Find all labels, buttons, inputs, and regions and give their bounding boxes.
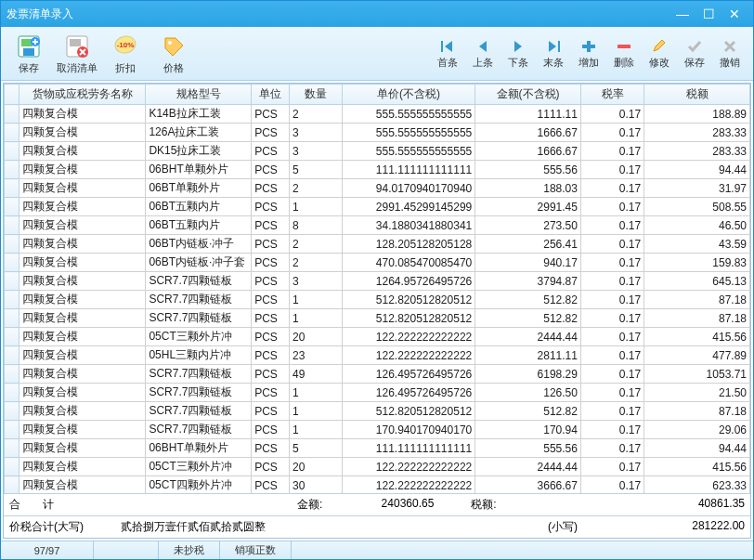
cell-qty[interactable]: 49: [290, 365, 343, 384]
cell-tax[interactable]: 87.18: [644, 402, 750, 421]
cell-price[interactable]: 170.940170940170: [342, 421, 474, 439]
save-button[interactable]: 保存: [8, 30, 49, 78]
table-row[interactable]: 四颗复合模 SCR7.7四颗链板 PCS 1 126.495726495726 …: [5, 384, 750, 402]
cell-qty[interactable]: 3: [290, 272, 343, 291]
cell-rate[interactable]: 0.17: [580, 179, 644, 198]
cell-spec[interactable]: K14B拉床工装: [146, 105, 252, 124]
cell-amount[interactable]: 512.82: [475, 291, 581, 309]
cell-tax[interactable]: 645.13: [644, 272, 750, 291]
cell-unit[interactable]: PCS: [252, 328, 290, 346]
cell-amount[interactable]: 512.82: [475, 309, 581, 328]
cell-qty[interactable]: 1: [290, 421, 343, 439]
cell-price[interactable]: 512.820512820512: [342, 309, 474, 328]
cell-unit[interactable]: PCS: [252, 402, 290, 421]
cell-amount[interactable]: 6198.29: [475, 365, 581, 384]
cell-unit[interactable]: PCS: [252, 179, 290, 198]
cell-name[interactable]: 四颗复合模: [19, 346, 145, 365]
cell-price[interactable]: 122.222222222222: [342, 346, 474, 365]
cell-qty[interactable]: 2: [290, 179, 343, 198]
cell-tax[interactable]: 87.18: [644, 309, 750, 328]
table-row[interactable]: 四颗复合模 SCR7.7四颗链板 PCS 3 1264.95726495726 …: [5, 272, 750, 291]
cell-unit[interactable]: PCS: [252, 254, 290, 272]
cell-name[interactable]: 四颗复合模: [19, 439, 145, 458]
cell-qty[interactable]: 5: [290, 439, 343, 458]
cell-price[interactable]: 470.085470085470: [342, 254, 474, 272]
cell-amount[interactable]: 2991.45: [475, 198, 581, 216]
cell-amount[interactable]: 1666.67: [475, 142, 581, 161]
cell-rate[interactable]: 0.17: [580, 291, 644, 309]
cell-amount[interactable]: 3794.87: [475, 272, 581, 291]
col-amount[interactable]: 金额(不含税): [475, 85, 581, 105]
cell-price[interactable]: 94.0170940170940: [342, 179, 474, 198]
cell-price[interactable]: 128.205128205128: [342, 235, 474, 254]
first-button[interactable]: 首条: [432, 37, 463, 70]
table-row[interactable]: 四颗复合模 05HL三颗内片冲 PCS 23 122.222222222222 …: [5, 346, 750, 365]
cell-spec[interactable]: 05CT三颗外片冲: [146, 458, 252, 476]
cell-qty[interactable]: 1: [290, 309, 343, 328]
cell-price[interactable]: 122.222222222222: [342, 458, 474, 476]
cell-spec[interactable]: 06BHT单颗外片: [146, 161, 252, 179]
table-row[interactable]: 四颗复合模 SCR7.7四颗链板 PCS 1 512.820512820512 …: [5, 402, 750, 421]
cell-qty[interactable]: 3: [290, 142, 343, 161]
price-button[interactable]: 价格: [153, 30, 194, 78]
cell-tax[interactable]: 283.33: [644, 142, 750, 161]
cell-spec[interactable]: 05HL三颗内片冲: [146, 346, 252, 365]
cell-amount[interactable]: 3666.67: [475, 476, 581, 494]
cell-spec[interactable]: SCR7.7四颗链板: [146, 402, 252, 421]
cell-qty[interactable]: 1: [290, 291, 343, 309]
table-row[interactable]: 四颗复合模 SCR7.7四颗链板 PCS 1 170.940170940170 …: [5, 421, 750, 439]
cell-tax[interactable]: 415.56: [644, 328, 750, 346]
cell-name[interactable]: 四颗复合模: [19, 198, 145, 216]
cell-tax[interactable]: 623.33: [644, 476, 750, 494]
col-rate[interactable]: 税率: [580, 85, 644, 105]
col-tax[interactable]: 税额: [644, 85, 750, 105]
cell-name[interactable]: 四颗复合模: [19, 254, 145, 272]
cell-amount[interactable]: 555.56: [475, 439, 581, 458]
cell-spec[interactable]: SCR7.7四颗链板: [146, 309, 252, 328]
cell-name[interactable]: 四颗复合模: [19, 309, 145, 328]
cell-qty[interactable]: 1: [290, 384, 343, 402]
cell-rate[interactable]: 0.17: [580, 328, 644, 346]
cell-rate[interactable]: 0.17: [580, 439, 644, 458]
cell-unit[interactable]: PCS: [252, 142, 290, 161]
cell-name[interactable]: 四颗复合模: [19, 402, 145, 421]
cell-amount[interactable]: 2811.11: [475, 346, 581, 365]
cell-tax[interactable]: 31.97: [644, 179, 750, 198]
cell-rate[interactable]: 0.17: [580, 346, 644, 365]
table-row[interactable]: 四颗复合模 06BT内链板·冲子 PCS 2 128.205128205128 …: [5, 235, 750, 254]
cell-name[interactable]: 四颗复合模: [19, 161, 145, 179]
discount-button[interactable]: -10% 折扣: [105, 30, 146, 78]
cell-price[interactable]: 122.222222222222: [342, 476, 474, 494]
cell-unit[interactable]: PCS: [252, 235, 290, 254]
cell-name[interactable]: 四颗复合模: [19, 328, 145, 346]
cell-rate[interactable]: 0.17: [580, 254, 644, 272]
cell-unit[interactable]: PCS: [252, 161, 290, 179]
cell-unit[interactable]: PCS: [252, 346, 290, 365]
cell-rate[interactable]: 0.17: [580, 124, 644, 142]
col-price[interactable]: 单价(不含税): [342, 85, 474, 105]
cell-spec[interactable]: DK15拉床工装: [146, 142, 252, 161]
cell-unit[interactable]: PCS: [252, 421, 290, 439]
cell-unit[interactable]: PCS: [252, 124, 290, 142]
add-button[interactable]: 增加: [573, 37, 604, 70]
cell-price[interactable]: 2991.45299145299: [342, 198, 474, 216]
cell-unit[interactable]: PCS: [252, 105, 290, 124]
cell-price[interactable]: 555.555555555555: [342, 105, 474, 124]
cell-tax[interactable]: 159.83: [644, 254, 750, 272]
cell-price[interactable]: 555.555555555555: [342, 142, 474, 161]
cell-amount[interactable]: 1666.67: [475, 124, 581, 142]
cell-price[interactable]: 512.820512820512: [342, 291, 474, 309]
cell-name[interactable]: 四颗复合模: [19, 235, 145, 254]
cell-price[interactable]: 512.820512820512: [342, 402, 474, 421]
cell-unit[interactable]: PCS: [252, 198, 290, 216]
cell-amount[interactable]: 555.56: [475, 161, 581, 179]
cell-tax[interactable]: 508.55: [644, 198, 750, 216]
cell-tax[interactable]: 188.89: [644, 105, 750, 124]
cell-name[interactable]: 四颗复合模: [19, 272, 145, 291]
cell-unit[interactable]: PCS: [252, 309, 290, 328]
cell-rate[interactable]: 0.17: [580, 161, 644, 179]
cell-unit[interactable]: PCS: [252, 476, 290, 494]
cell-spec[interactable]: 06BT五颗内片: [146, 198, 252, 216]
cell-spec[interactable]: SCR7.7四颗链板: [146, 291, 252, 309]
cell-rate[interactable]: 0.17: [580, 384, 644, 402]
